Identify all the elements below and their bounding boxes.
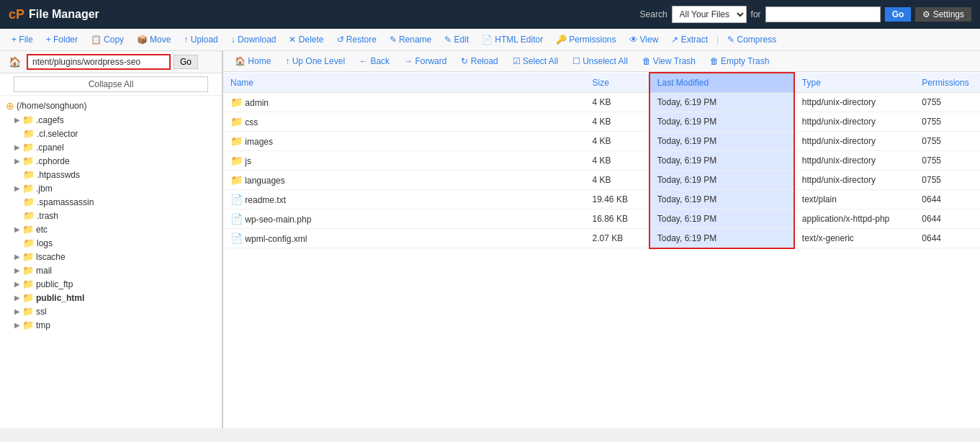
sidebar-item-jbm[interactable]: ▶📁.jbm (6, 181, 216, 195)
col-header-permissions[interactable]: Permissions (914, 73, 980, 93)
sidebar-item-cl-selector[interactable]: 📁.cl.selector (6, 127, 216, 140)
search-go-button[interactable]: Go (885, 7, 912, 22)
php-file-icon: 📄 (230, 213, 243, 225)
back-button[interactable]: ← Back (354, 54, 395, 68)
cell-size: 2.07 KB (585, 229, 649, 248)
empty-trash-button[interactable]: 🗑 Empty Trash (704, 54, 775, 68)
sidebar-item-cagefs[interactable]: ▶📁.cagefs (6, 113, 216, 127)
settings-button[interactable]: ⚙ Settings (915, 7, 971, 22)
cell-permissions: 0755 (914, 132, 980, 151)
sidebar-item-mail[interactable]: ▶📁mail (6, 263, 216, 277)
copy-icon: 📋 (91, 35, 102, 45)
sidebar-home-icon[interactable]: 🏠 (6, 55, 24, 69)
home-button[interactable]: 🏠 Home (229, 54, 277, 68)
tree-item-label: ssl (36, 307, 47, 317)
up-one-level-button[interactable]: ↑ Up One Level (279, 54, 351, 68)
col-header-size[interactable]: Size (585, 73, 649, 93)
sidebar-item-htpasswds[interactable]: 📁.htpasswds (6, 168, 216, 181)
folder-icon: 📁 (23, 238, 35, 248)
cell-name: 📁 js (223, 151, 585, 171)
main-toolbar: + File + Folder 📋 Copy 📦 Move ↑ Upload ↓… (0, 29, 980, 51)
col-header-name[interactable]: Name (223, 73, 585, 93)
view-trash-button[interactable]: 🗑 View Trash (637, 54, 701, 68)
select-all-button[interactable]: ☑ Select All (507, 54, 564, 68)
copy-button[interactable]: 📋 Copy (85, 32, 130, 48)
new-folder-button[interactable]: + Folder (40, 32, 84, 48)
file-toolbar: 🏠 Home ↑ Up One Level ← Back → Forward ↻… (223, 51, 980, 72)
sidebar-item-lscache[interactable]: ▶📁lscache (6, 250, 216, 263)
folder-icon: 📁 (23, 197, 35, 207)
table-row[interactable]: 📁 languages 4 KB Today, 6:19 PM httpd/un… (223, 171, 980, 190)
search-scope-select[interactable]: All Your Files File Name File Content (672, 6, 747, 23)
app-title-text: File Manager (29, 8, 99, 21)
compress-button[interactable]: ✎ Compress (721, 32, 782, 48)
sidebar-item-etc[interactable]: ▶📁etc (6, 222, 216, 236)
table-row[interactable]: 📁 js 4 KB Today, 6:19 PM httpd/unix-dire… (223, 151, 980, 171)
rename-button[interactable]: ✎ Rename (384, 32, 437, 48)
table-row[interactable]: 📁 images 4 KB Today, 6:19 PM httpd/unix-… (223, 132, 980, 151)
folder-icon: 📁 (22, 292, 34, 303)
download-button[interactable]: ↓ Download (225, 32, 282, 48)
path-input[interactable] (27, 54, 171, 70)
table-row[interactable]: 📄 wpml-config.xml 2.07 KB Today, 6:19 PM… (223, 229, 980, 248)
sidebar-item-public_html[interactable]: ▶📁public_html (6, 291, 216, 305)
cell-type: application/x-httpd-php (794, 209, 915, 229)
extract-button[interactable]: ↗ Extract (665, 32, 714, 48)
cell-name: 📄 wp-seo-main.php (223, 209, 585, 229)
sidebar-item-ssl[interactable]: ▶📁ssl (6, 305, 216, 318)
tree-item-label: lscache (36, 252, 66, 262)
sidebar-item-root[interactable]: ⊕(/home/songhuon) (6, 99, 216, 113)
forward-button[interactable]: → Forward (398, 54, 452, 68)
cell-modified: Today, 6:19 PM (649, 132, 794, 151)
cell-permissions: 0755 (914, 171, 980, 190)
path-go-button[interactable]: Go (174, 55, 198, 69)
sidebar-item-tmp[interactable]: ▶📁tmp (6, 318, 216, 332)
tree-item-label: public_ftp (36, 279, 73, 289)
permissions-button[interactable]: 🔑 Permissions (550, 32, 621, 48)
edit-button[interactable]: ✎ Edit (439, 32, 475, 48)
html-editor-button[interactable]: 📄 HTML Editor (476, 32, 549, 48)
tree-item-label: .cl.selector (37, 129, 78, 139)
view-button[interactable]: 👁 View (624, 32, 665, 48)
folder-icon: 📁 (23, 210, 35, 221)
cell-type: text/plain (794, 190, 915, 209)
sidebar-item-cpanel[interactable]: ▶📁.cpanel (6, 140, 216, 154)
tree-item-label: mail (36, 266, 52, 276)
upload-button[interactable]: ↑ Upload (178, 32, 223, 48)
tree-item-label: .trash (37, 211, 58, 221)
tree-item-label: .cpanel (36, 143, 64, 153)
expand-icon: ▶ (14, 294, 20, 302)
table-row[interactable]: 📁 admin 4 KB Today, 6:19 PM httpd/unix-d… (223, 93, 980, 112)
expand-icon: ▶ (14, 157, 20, 165)
delete-button[interactable]: ✕ Delete (283, 32, 329, 48)
col-header-type[interactable]: Type (794, 73, 915, 93)
move-button[interactable]: 📦 Move (131, 32, 176, 48)
main-layout: 🏠 Go Collapse All ⊕(/home/songhuon)▶📁.ca… (0, 51, 980, 428)
collapse-all-button[interactable]: Collapse All (14, 76, 208, 92)
col-header-modified[interactable]: Last Modified (649, 73, 794, 93)
folder-icon: 📁 (22, 265, 34, 276)
table-row[interactable]: 📄 wp-seo-main.php 16.86 KB Today, 6:19 P… (223, 209, 980, 229)
table-row[interactable]: 📁 css 4 KB Today, 6:19 PM httpd/unix-dir… (223, 112, 980, 132)
top-header: cP File Manager Search All Your Files Fi… (0, 0, 980, 29)
expand-icon: ▶ (14, 266, 20, 274)
sidebar-item-spamassassin[interactable]: 📁.spamassassin (6, 195, 216, 209)
tree-item-label: logs (37, 238, 53, 248)
new-file-button[interactable]: + File (6, 32, 39, 48)
search-input[interactable] (765, 6, 881, 22)
sidebar-item-cphorde[interactable]: ▶📁.cphorde (6, 154, 216, 168)
unselect-all-button[interactable]: ☐ Unselect All (567, 54, 634, 68)
cell-modified: Today, 6:19 PM (649, 93, 794, 112)
expand-icon: ▶ (14, 321, 20, 329)
reload-button[interactable]: ↻ Reload (455, 54, 503, 68)
tree-item-label: tmp (36, 320, 50, 330)
folder-icon: 📁 (22, 224, 34, 235)
table-row[interactable]: 📄 readme.txt 19.46 KB Today, 6:19 PM tex… (223, 190, 980, 209)
search-area: Search All Your Files File Name File Con… (640, 6, 971, 23)
sidebar-item-trash[interactable]: 📁.trash (6, 209, 216, 222)
sidebar-item-public_ftp[interactable]: ▶📁public_ftp (6, 277, 216, 291)
restore-button[interactable]: ↺ Restore (331, 32, 382, 48)
sidebar-item-logs[interactable]: 📁logs (6, 236, 216, 250)
for-label: for (751, 9, 761, 19)
cell-modified: Today, 6:19 PM (649, 190, 794, 209)
